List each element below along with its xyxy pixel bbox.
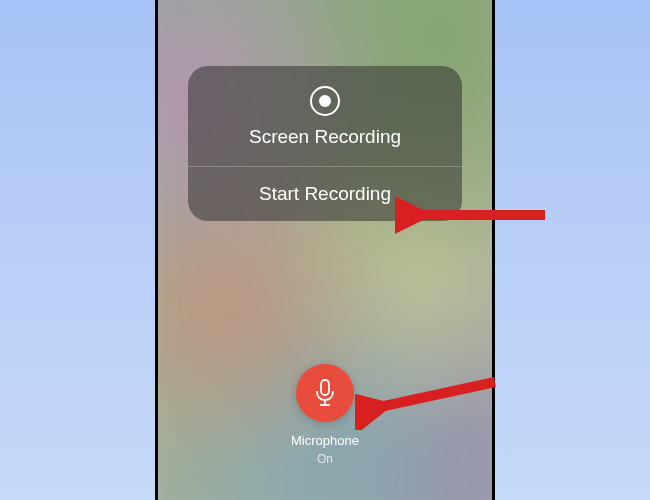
phone-screen: Screen Recording Start Recording Microph…	[155, 0, 495, 500]
microphone-icon	[313, 378, 337, 408]
microphone-toggle-button[interactable]	[296, 364, 354, 422]
start-recording-button[interactable]: Start Recording	[188, 167, 462, 221]
screen-recording-panel: Screen Recording Start Recording	[188, 66, 462, 221]
record-icon-dot	[319, 95, 331, 107]
svg-rect-0	[321, 380, 329, 395]
panel-title: Screen Recording	[249, 126, 401, 148]
microphone-label: Microphone	[158, 433, 492, 448]
record-icon	[310, 86, 340, 116]
microphone-status: On	[158, 452, 492, 466]
panel-header: Screen Recording	[188, 66, 462, 166]
